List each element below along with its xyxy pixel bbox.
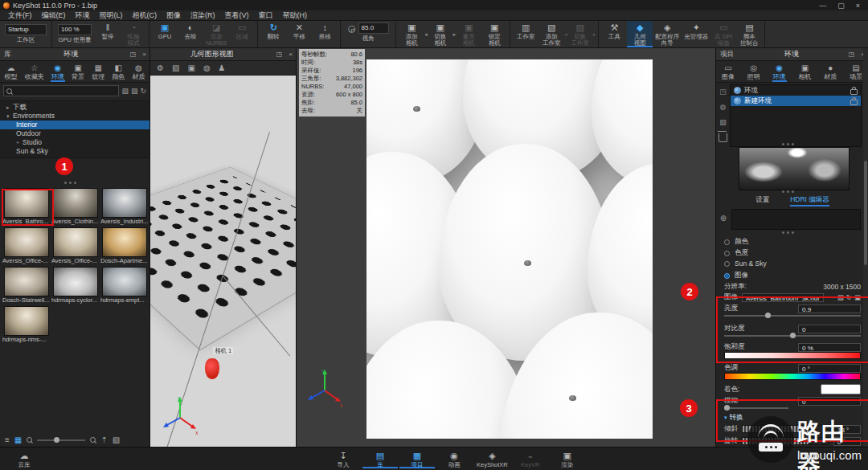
- tree-item-sun-sky[interactable]: Sun & Sky: [0, 147, 149, 156]
- sub-tab-settings[interactable]: 设置: [755, 195, 769, 206]
- denoise-button[interactable]: ◐ 去噪: [178, 21, 203, 47]
- library-tab-models[interactable]: ☁ 模型: [4, 63, 18, 82]
- scrollbar-thumb[interactable]: [864, 161, 867, 265]
- add-camera-button[interactable]: ▣ 添加 相机: [399, 21, 424, 47]
- animation-button[interactable]: ◉ 动画: [436, 450, 472, 468]
- keyshotxr-button[interactable]: ◈ KeyShotXR: [473, 450, 511, 468]
- geometry-viewport[interactable]: 相机 1 x y: [150, 76, 296, 447]
- project-scrollbar[interactable]: [863, 48, 868, 447]
- zoom-in-icon[interactable]: [90, 437, 96, 443]
- hue-field[interactable]: 0 °: [798, 364, 861, 373]
- geometry-zoom-region-icon[interactable]: ▣: [187, 63, 194, 72]
- upload-cloud-icon[interactable]: ⇡: [100, 435, 107, 444]
- gpu-usage-value[interactable]: 100 %: [58, 24, 92, 35]
- library-splitter-handle[interactable]: [64, 182, 76, 184]
- hue-gradient-bar[interactable]: [724, 373, 861, 380]
- radio-image[interactable]: 图像: [724, 271, 861, 280]
- contrast-field[interactable]: 0: [798, 325, 861, 333]
- hdri-preview-image[interactable]: [739, 147, 850, 190]
- library-tab-favorites[interactable]: ☆ 收藏夹: [24, 63, 45, 82]
- geometry-view-button[interactable]: ◆ 几何 视图: [627, 21, 653, 47]
- render-button[interactable]: ▣ 渲染: [550, 450, 585, 468]
- menu-lighting[interactable]: 照明(L): [95, 10, 128, 21]
- project-tab-image[interactable]: ▭ 图像: [721, 63, 735, 82]
- thumbnail-dosch-stairwell[interactable]: Dosch-Stairwell...: [2, 267, 51, 304]
- contrast-slider[interactable]: [724, 335, 861, 337]
- list-view-icon[interactable]: ≡: [5, 435, 10, 444]
- project-toggle-button[interactable]: ▦ 项目: [399, 450, 435, 468]
- project-tab-lighting[interactable]: ◎ 照明: [747, 63, 761, 82]
- environment-item-row[interactable]: 新建环境: [731, 96, 861, 106]
- library-search-box[interactable]: [3, 85, 119, 96]
- tree-item-interior[interactable]: Interior: [0, 121, 149, 129]
- tree-item-environments[interactable]: ▾Environments: [0, 112, 149, 121]
- menu-environment[interactable]: 环境: [71, 10, 95, 21]
- geometry-figure-icon[interactable]: ♟: [219, 63, 226, 72]
- blur-field[interactable]: 0: [798, 397, 861, 406]
- thumbnail-hdrmaps-cyclorama[interactable]: hdrmaps-cyclor...: [51, 267, 100, 304]
- grid-view-icon[interactable]: ▦: [14, 435, 22, 444]
- library-toggle-button[interactable]: ▤ 库: [362, 450, 398, 468]
- project-tab-environment[interactable]: ◉ 环境: [772, 63, 787, 82]
- environment-sphere-icon[interactable]: ◍: [720, 103, 727, 111]
- workspace-dropdown[interactable]: Startup 工作区: [2, 21, 49, 47]
- thumbnail-dosch-apartment[interactable]: Dosch-Apartme...: [100, 227, 149, 264]
- menu-edit[interactable]: 编辑(E): [37, 10, 71, 21]
- radio-sun-sky[interactable]: Sun & Sky: [724, 260, 861, 268]
- library-tab-colors[interactable]: ◧ 颜色: [111, 63, 125, 82]
- library-search-input[interactable]: [14, 87, 116, 96]
- import-button[interactable]: ↧ 导入: [326, 450, 361, 468]
- tumble-button[interactable]: ↻ 翻转: [260, 21, 286, 47]
- crosshair-icon[interactable]: ⊕: [718, 209, 729, 230]
- geometry-orbit-icon[interactable]: ◍: [203, 63, 211, 72]
- pan-button[interactable]: ✕ 平移: [286, 21, 312, 47]
- saturation-gradient-bar[interactable]: [724, 352, 861, 359]
- brightness-field[interactable]: 0.9: [798, 304, 861, 313]
- lock-camera-button[interactable]: ▣ 锁定 相机: [481, 21, 507, 47]
- studio-button[interactable]: ▥ 工作室: [513, 21, 538, 47]
- library-close-icon[interactable]: ×: [139, 51, 149, 58]
- minimize-icon[interactable]: —: [819, 2, 826, 10]
- lock-icon[interactable]: [850, 89, 858, 95]
- geometry-float-icon[interactable]: ◳: [273, 51, 286, 58]
- image-file-field[interactable]: Aversis_Bathroom_3k.hdr: [742, 293, 824, 302]
- camera-object[interactable]: [205, 358, 219, 379]
- library-tab-textures[interactable]: ▦ 纹理: [91, 63, 105, 82]
- project-tab-scene[interactable]: ▤ 场景: [849, 63, 863, 82]
- project-splitter-handle[interactable]: [782, 190, 794, 193]
- duplicate-environment-icon[interactable]: ◳: [719, 88, 727, 96]
- project-tab-camera[interactable]: ▣ 相机: [797, 63, 812, 82]
- maximize-icon[interactable]: ▢: [837, 2, 845, 10]
- menu-window[interactable]: 窗口: [254, 10, 278, 21]
- environment-folder-icon[interactable]: ▧: [719, 118, 727, 126]
- project-splitter-handle[interactable]: [782, 231, 794, 234]
- thumbnail-hdrmaps-rims[interactable]: hdrmaps-rims-...: [2, 306, 51, 343]
- environment-group-row[interactable]: 环境: [731, 85, 861, 96]
- thumbnail-aversis-office-1[interactable]: Aversis_Office-...: [2, 227, 51, 264]
- thumbnail-size-slider[interactable]: [37, 439, 85, 441]
- open-folder-icon[interactable]: ▧: [113, 435, 120, 444]
- project-splitter-handle[interactable]: [782, 143, 794, 145]
- close-icon[interactable]: ×: [856, 2, 860, 10]
- dolly-button[interactable]: ↕ 推移: [312, 21, 338, 47]
- switch-camera-button[interactable]: ▣ 切换 相机: [428, 21, 453, 47]
- geometry-perspective-icon[interactable]: ▧: [172, 63, 179, 72]
- geometry-close-icon[interactable]: ×: [285, 51, 296, 58]
- zoom-out-icon[interactable]: [27, 437, 32, 443]
- gpu-toggle-button[interactable]: ▣ GPU: [152, 21, 178, 47]
- tint-color-swatch[interactable]: [821, 384, 861, 394]
- saturation-field[interactable]: 0 %: [798, 343, 861, 352]
- workspace-value[interactable]: Startup: [5, 24, 47, 35]
- thumbnail-aversis-office-2[interactable]: Aversis_Office-...: [51, 227, 100, 264]
- configurator-wizard-button[interactable]: ◈ 配置程序 向导: [653, 21, 682, 47]
- hdri-editor-canvas[interactable]: [731, 209, 861, 230]
- project-float-icon[interactable]: ◳: [845, 51, 858, 58]
- fov-value[interactable]: 85.0: [358, 22, 389, 34]
- load-image-folder-icon[interactable]: ▧: [837, 293, 844, 301]
- tree-item-outdoor[interactable]: Outdoor: [0, 129, 149, 138]
- menu-view[interactable]: 查看(V): [220, 10, 254, 21]
- delete-environment-icon[interactable]: [719, 133, 727, 142]
- radio-color[interactable]: 颜色: [724, 237, 861, 247]
- pause-button[interactable]: ‖ 暂停: [95, 21, 121, 47]
- library-tab-backplates[interactable]: ▣ 背景: [71, 63, 85, 82]
